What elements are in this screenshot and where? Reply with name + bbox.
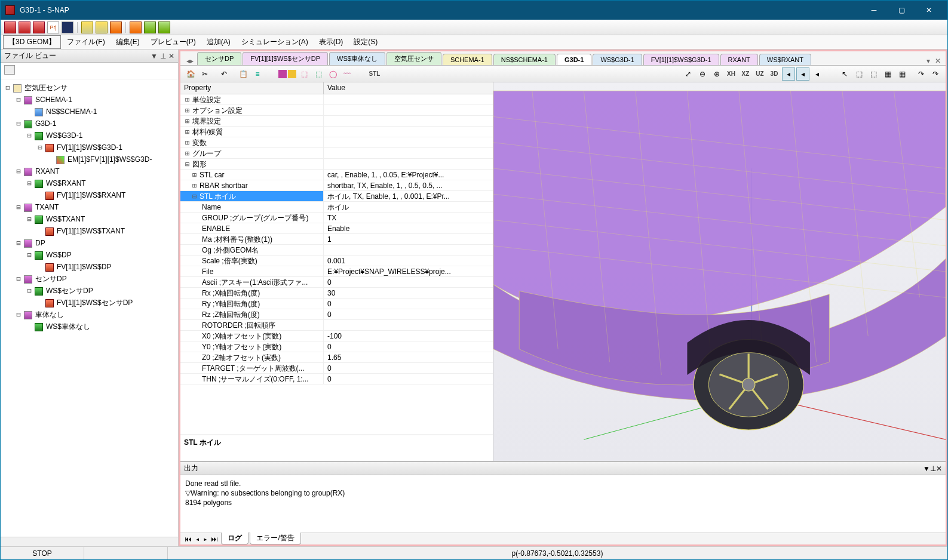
prop-rx[interactable]: Rx ;X軸回転角(度) [180,288,324,298]
tree-ws-txant[interactable]: WS$TXANT [45,215,86,223]
prop-rotorder[interactable]: ROTORDER ;回転順序 [180,320,324,330]
tab-ns-schema[interactable]: NS$SCHEMA-1 [493,54,556,65]
prop-vars[interactable]: 変数 [192,139,207,147]
prop-name[interactable]: Name [180,202,324,212]
close-button[interactable]: ✕ [915,1,943,20]
select-icon-3[interactable]: ▦ [881,67,894,81]
toolbar-icon-6[interactable] [110,21,122,33]
menu-file[interactable]: ファイル(F) [62,36,109,48]
output-tab-error[interactable]: エラー/警告 [250,533,300,544]
output-tab-log[interactable]: ログ [221,533,248,544]
select-icon[interactable]: ⬚ [852,67,866,81]
tree-ws-sensadp[interactable]: WS$センサDP [45,287,94,295]
prop-ry[interactable]: Ry ;Y軸回転角(度) [180,299,324,309]
tree-ws-dp[interactable]: WS$DP [45,251,73,259]
toolbar-icon-5[interactable] [96,21,108,33]
tree-fv-sensadp[interactable]: FV[1][1]$WS$センサDP [56,299,134,307]
tab-dropdown-icon[interactable]: ▾ [924,57,932,65]
col-property[interactable]: Property [180,82,324,94]
tree-txant[interactable]: TXANT [34,203,60,211]
menu-add[interactable]: 追加(A) [202,36,235,48]
prop-og[interactable]: Og ;外側GEOM名 [180,245,324,255]
shape-icon-1[interactable] [278,70,287,78]
prop-ma[interactable]: Ma ;材料番号(整数(1)) [180,234,324,244]
shape-icon-3[interactable]: ⬚ [297,67,311,81]
prop-scale[interactable]: Scale ;倍率(実数) [180,256,324,266]
list-icon[interactable]: ≡ [251,67,264,81]
menu-settings[interactable]: 設定(S) [349,36,382,48]
view-xz[interactable]: XZ [739,67,752,81]
tree-fv-dp[interactable]: FV[1][1]$WS$DP [56,263,112,271]
toolbar-icon-7[interactable] [130,21,142,33]
tree-schema[interactable]: SCHEMA-1 [34,96,73,104]
prop-y0[interactable]: Y0 ;Y軸オフセット(実数) [180,341,324,352]
menu-3dgeom[interactable]: 【3D GEOM】 [3,35,61,49]
undo-icon[interactable]: ↶ [217,67,231,81]
prop-rz[interactable]: Rz ;Z軸回転角(度) [180,309,324,319]
tab-sensadp[interactable]: センサDP [197,52,241,65]
tree-ws-rxant[interactable]: WS$RXANT [45,179,87,187]
prop-enable[interactable]: ENABLE [180,223,324,233]
tab-g3d-active[interactable]: G3D-1 [557,54,591,66]
rotate-left-icon[interactable]: ◂ [782,67,795,81]
select-icon-4[interactable]: ▦ [895,67,909,81]
redo-icon-2[interactable]: ↷ [929,67,942,81]
tab-scroll-left[interactable]: ◂▸ [183,57,197,65]
prop-groupk[interactable]: GROUP ;グループ(グループ番号) [180,213,324,223]
wave-icon[interactable]: 〰 [340,67,354,81]
toolbar-icon-8[interactable] [144,21,156,33]
output-dropdown-icon[interactable]: ▼ [923,464,930,473]
zoom-fit-icon[interactable]: ⤢ [682,67,695,81]
property-grid[interactable]: ⊞単位設定 ⊞オプション設定 ⊞境界設定 ⊞材料/媒質 ⊞変数 ⊞グループ ⊟図… [180,94,493,435]
prop-ascii[interactable]: Ascii ;アスキー(1:Ascii形式ファ... [180,277,324,287]
tree-em-g3d[interactable]: EM[1]$FV[1][1]$WS$G3D- [66,155,153,164]
prop-stl-wheel-selected[interactable]: STL ホイル [200,192,236,201]
menu-simulation[interactable]: シミュレーション(A) [237,36,313,48]
circle-icon[interactable]: ◯ [326,67,339,81]
file-tree[interactable]: ⊟空気圧センサ ⊟SCHEMA-1 NS$SCHEMA-1 ⊟G3D-1 ⊟WS… [1,79,178,537]
h-scrollbar[interactable] [1,537,178,546]
stl-icon[interactable]: STL [368,67,381,81]
tree-ws-shatai[interactable]: WS$車体なし [45,322,91,331]
select-icon-2[interactable]: ⬚ [867,67,880,81]
prop-rbar[interactable]: RBAR shortbar [200,181,248,190]
tab-ws-shatai[interactable]: WS$車体なし [329,52,385,65]
status-stop[interactable]: STOP [1,547,84,559]
save-icon[interactable] [62,21,73,33]
minimize-button[interactable]: ─ [860,1,888,20]
tree-ns-schema[interactable]: NS$SCHEMA-1 [45,107,98,116]
tab-fv-sensadp[interactable]: FV[1][1]$WS$センサDP [243,52,328,65]
prop-material[interactable]: 材料/媒質 [192,128,223,136]
zoom-out-icon[interactable]: ⊖ [696,67,709,81]
tab-ws-rxant[interactable]: WS$RXANT [759,54,811,65]
menu-view[interactable]: 表示(D) [314,36,348,48]
prop-ftarget[interactable]: FTARGET ;ターゲット周波数(... [180,363,324,373]
col-value[interactable]: Value [324,82,493,94]
prop-option[interactable]: オプション設定 [192,106,243,115]
tree-dp[interactable]: DP [34,239,47,247]
toolbar-icon-9[interactable] [158,21,170,33]
tree-g3d[interactable]: G3D-1 [34,119,57,128]
rotate-right-icon[interactable]: ◂ [796,67,809,81]
tab-ws-g3d[interactable]: WS$G3D-1 [593,54,642,65]
dropdown-icon[interactable]: ▼ [151,52,158,60]
menu-preview[interactable]: プレビュー(P) [146,36,201,48]
prop-shape[interactable]: 図形 [192,160,207,168]
proj-icon[interactable]: Prj [47,21,59,33]
prop-file[interactable]: File [180,266,324,276]
pin-icon[interactable]: ⊥ [160,52,166,60]
toolbar-icon-1[interactable] [4,21,16,33]
tree-fv-txant[interactable]: FV[1][1]$WS$TXANT [56,227,126,235]
prop-unit[interactable]: 単位設定 [192,96,221,104]
shape-icon-2[interactable] [288,70,296,78]
toolbar-icon-3[interactable] [33,21,45,33]
tree-ws-g3d[interactable]: WS$G3D-1 [45,131,84,140]
tab-fv-g3d[interactable]: FV[1][1]$WS$G3D-1 [643,54,719,65]
view-uz[interactable]: UZ [753,67,766,81]
output-close-icon[interactable]: ✕ [936,464,942,473]
output-nav-last[interactable]: ⏭ [209,535,220,543]
maximize-button[interactable]: ▢ [888,1,915,20]
prop-thn[interactable]: THN ;サーマルノイズ(0:OFF, 1:... [180,374,324,384]
tool-icon[interactable]: ✂ [198,67,211,81]
output-nav-prev[interactable]: ◂ [194,535,201,543]
